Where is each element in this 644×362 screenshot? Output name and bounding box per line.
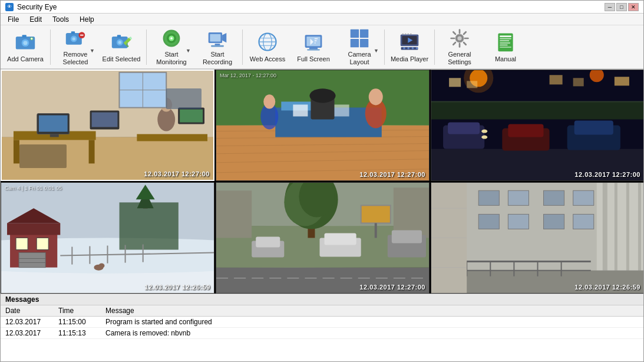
web-access-button[interactable]: Web Access — [245, 27, 290, 67]
menu-help[interactable]: Help — [75, 14, 99, 25]
table-row: 12.03.2017 11:15:00 Program is started a… — [1, 317, 643, 328]
camera-3-timestamp: 12.03.2017 12:27:00 — [574, 171, 640, 178]
svg-rect-189 — [573, 190, 594, 205]
camera-6-timestamp: 12.03.2017 12:26:59 — [574, 284, 640, 291]
svg-rect-44 — [351, 29, 359, 38]
general-settings-button[interactable]: General Settings — [437, 27, 482, 67]
web-access-icon — [256, 30, 279, 54]
camera-cell-1[interactable]: 12.03.2017 12:27:00 — [1, 70, 214, 181]
application-window: 👁 Security Eye ─ □ ✕ File Edit Tools Hel… — [0, 0, 644, 362]
msg-time: 11:15:00 — [54, 317, 101, 328]
menubar: File Edit Tools Help — [1, 14, 643, 25]
start-recording-label: Start Recording — [197, 51, 238, 66]
col-date: Date — [1, 305, 54, 317]
camera-cell-5[interactable]: STOP 12.03.2017 12:27:00 — [216, 182, 430, 294]
svg-point-59 — [416, 47, 418, 50]
svg-rect-28 — [215, 44, 220, 45]
camera-layout-button[interactable]: Camera Layout ▼ — [337, 27, 382, 67]
svg-line-66 — [453, 32, 455, 34]
manual-button[interactable]: Manual — [483, 27, 528, 67]
menu-tools[interactable]: Tools — [48, 14, 74, 25]
svg-rect-186 — [478, 190, 499, 205]
svg-point-156 — [98, 264, 104, 268]
messages-header: Messages — [1, 294, 643, 305]
titlebar-controls[interactable]: ─ □ ✕ — [605, 3, 639, 11]
svg-point-122 — [481, 130, 487, 133]
minimize-button[interactable]: ─ — [605, 3, 615, 11]
col-message: Message — [101, 305, 643, 317]
svg-point-2 — [23, 41, 27, 45]
full-screen-label: Full Screen — [297, 55, 330, 63]
svg-point-35 — [259, 34, 276, 51]
camera-cell-3[interactable]: 12.03.2017 12:27:00 — [431, 70, 643, 181]
add-camera-button[interactable]: Add Camera — [3, 27, 48, 67]
menu-edit[interactable]: Edit — [25, 14, 47, 25]
svg-rect-73 — [500, 41, 509, 42]
edit-selected-button[interactable]: Edit Selected — [99, 27, 144, 67]
camera-feed-3 — [431, 70, 643, 180]
camera-feed-1 — [2, 71, 213, 180]
svg-rect-144 — [16, 238, 28, 250]
close-button[interactable]: ✕ — [628, 3, 639, 11]
svg-rect-37 — [306, 37, 320, 46]
svg-point-109 — [369, 88, 383, 105]
start-recording-button[interactable]: Start Recording — [195, 27, 240, 67]
svg-point-107 — [309, 88, 335, 103]
svg-rect-120 — [448, 122, 480, 134]
svg-rect-188 — [544, 190, 564, 205]
edit-selected-icon — [110, 30, 133, 54]
svg-rect-72 — [500, 38, 511, 40]
svg-rect-146 — [19, 253, 45, 268]
add-camera-label: Add Camera — [7, 55, 44, 63]
messages-panel: Messages Date Time Message 12.03.2017 11… — [1, 294, 643, 361]
remove-selected-button[interactable]: Remove Selected ▼ — [53, 27, 98, 67]
maximize-button[interactable]: □ — [616, 3, 627, 11]
svg-rect-132 — [573, 78, 584, 86]
svg-rect-42 — [309, 48, 318, 50]
camera-cell-6[interactable]: 12.03.2017 12:26:59 — [431, 182, 643, 294]
sep3 — [242, 29, 243, 65]
web-access-label: Web Access — [250, 55, 285, 63]
full-screen-button[interactable]: Full Screen — [291, 27, 336, 67]
svg-point-58 — [412, 47, 414, 50]
camera-feed-2 — [216, 70, 429, 180]
titlebar-left: 👁 Security Eye — [5, 3, 57, 11]
svg-point-15 — [118, 41, 121, 44]
main-content: 12.03.2017 12:27:00 — [1, 70, 643, 361]
camera-feed-6 — [431, 183, 643, 293]
start-monitoring-icon — [160, 28, 183, 49]
layout-arrow: ▼ — [374, 48, 379, 54]
msg-date: 12.03.2017 — [1, 317, 54, 328]
svg-rect-127 — [431, 101, 643, 119]
start-monitoring-button[interactable]: Start Monitoring ▼ — [149, 27, 194, 67]
messages-table[interactable]: Date Time Message 12.03.2017 11:15:00 Pr… — [1, 305, 643, 361]
manual-label: Manual — [495, 55, 516, 63]
full-screen-icon — [302, 30, 325, 54]
svg-rect-71 — [500, 36, 511, 38]
svg-rect-192 — [544, 214, 564, 229]
general-settings-label: General Settings — [439, 51, 480, 66]
msg-message: Camera is removed: nbvnb — [101, 328, 643, 339]
camera-cell-2[interactable]: Mar 12, 2017 - 12:27:00 12.03.2017 12:27… — [216, 70, 430, 181]
sep1 — [50, 29, 51, 65]
svg-rect-124 — [508, 124, 543, 137]
svg-point-9 — [72, 37, 75, 40]
svg-rect-47 — [360, 39, 368, 47]
camera-cell-4[interactable]: Cam 4 | 1 Fri 01 0:01 05 12.03.2017 12:2… — [1, 182, 214, 294]
media-player-icon — [398, 30, 421, 54]
svg-rect-75 — [500, 45, 508, 46]
svg-rect-83 — [39, 116, 68, 132]
svg-rect-137 — [120, 202, 179, 249]
svg-rect-46 — [351, 39, 359, 47]
svg-rect-170 — [325, 233, 356, 245]
camera-4-timestamp: 12.03.2017 12:26:59 — [144, 284, 210, 291]
add-camera-icon — [14, 30, 37, 54]
svg-point-24 — [170, 37, 173, 40]
media-player-button[interactable]: Media Player — [387, 27, 432, 67]
menu-file[interactable]: File — [3, 14, 24, 25]
remove-arrow: ▼ — [90, 48, 95, 54]
svg-rect-3 — [22, 35, 27, 38]
svg-rect-16 — [117, 35, 121, 38]
table-row: 12.03.2017 11:15:13 Camera is removed: n… — [1, 328, 643, 339]
edit-selected-label: Edit Selected — [103, 55, 141, 63]
